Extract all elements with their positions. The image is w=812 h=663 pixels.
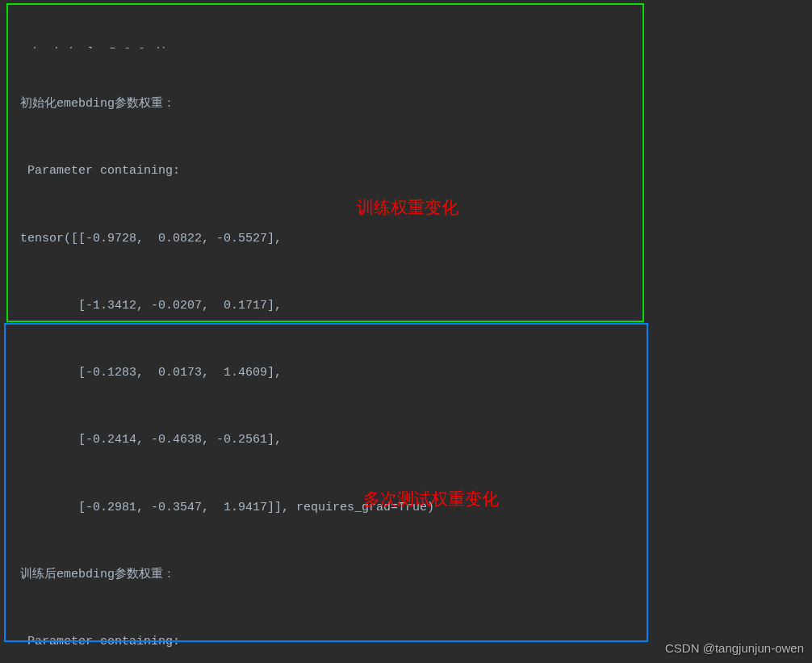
tensor-line: [-0.1283, 0.0173, 1.4609], [0,362,812,384]
terminal-output: /code/yolov5-6.0 dis 初始化emebding参数权重： Pa… [0,0,812,663]
annotation-label-testing: 多次测试权重变化 [363,488,499,510]
annotation-label-training: 训练权重变化 [357,196,458,219]
watermark-text: CSDN @tangjunjun-owen [665,641,804,655]
terminal-top-fragment: /code/yolov5-6.0 dis [0,42,812,48]
tensor-line: tensor([[-0.9728, 0.0822, -0.5527], [0,228,812,250]
section-init-header: 初始化emebding参数权重： [0,93,812,115]
section-init-param: Parameter containing: [0,160,812,183]
section-trained-header: 训练后emebding参数权重： [0,564,812,586]
tensor-line: [-0.2414, -0.4638, -0.2561], [0,429,812,451]
tensor-line: [-1.3412, -0.0207, 0.1717], [0,295,812,317]
